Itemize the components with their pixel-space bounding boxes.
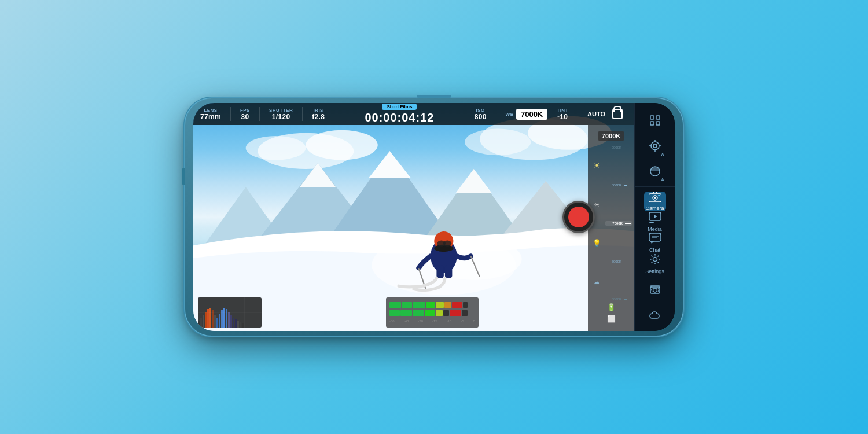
svg-point-1 bbox=[306, 130, 377, 160]
hud-iris[interactable]: IRIS f2.8 bbox=[312, 108, 325, 121]
top-button bbox=[417, 95, 451, 98]
audio-label-5: -5 bbox=[461, 319, 464, 323]
wb-tick-5000: 5000K bbox=[605, 297, 627, 301]
fps-value: 30 bbox=[241, 113, 249, 121]
hud-sep-2 bbox=[259, 107, 260, 121]
phone-body: LENS 77mm FPS 30 SHUTTER 1/120 bbox=[185, 98, 683, 336]
svg-rect-28 bbox=[203, 315, 204, 328]
svg-rect-62 bbox=[658, 195, 660, 196]
audio-label-50: -50 bbox=[389, 319, 395, 323]
audio-channel-1 bbox=[389, 302, 475, 308]
svg-rect-33 bbox=[214, 315, 216, 328]
cloud-icon bbox=[649, 310, 661, 321]
hud-fps[interactable]: FPS 30 bbox=[240, 108, 250, 121]
preset-badge[interactable]: Short Films bbox=[382, 104, 417, 110]
wb-battery-icon: 🔋 bbox=[607, 303, 616, 311]
audio-bar-green-4 bbox=[426, 302, 435, 308]
audio-label-40: -40 bbox=[404, 319, 409, 323]
shutter-value: 1/120 bbox=[272, 113, 290, 121]
sidebar-item-camera[interactable]: Camera bbox=[644, 192, 666, 211]
svg-point-61 bbox=[654, 197, 656, 199]
audio-bar-empty-1 bbox=[463, 302, 468, 308]
sidebar-item-media[interactable]: Media bbox=[644, 212, 666, 232]
media-nav-label: Media bbox=[648, 226, 662, 232]
histogram-overlay bbox=[198, 297, 262, 328]
lens-value: 77mm bbox=[200, 113, 221, 121]
iso-label: ISO bbox=[476, 108, 485, 113]
hud-center: Short Films 00:00:04:12 bbox=[334, 104, 465, 124]
svg-point-5 bbox=[465, 129, 531, 156]
svg-marker-69 bbox=[650, 241, 654, 244]
iso-value: 800 bbox=[475, 113, 487, 121]
audio-label-0: 0 bbox=[473, 319, 475, 323]
svg-marker-12 bbox=[369, 151, 411, 178]
media-icon-svg bbox=[649, 212, 661, 223]
svg-rect-18 bbox=[445, 265, 452, 278]
record-button[interactable] bbox=[562, 201, 595, 233]
volume-button bbox=[182, 168, 185, 185]
hud-wb-group[interactable]: WB 7000K bbox=[506, 109, 548, 120]
audio-label-15: -15 bbox=[432, 319, 437, 323]
audio-bar-yellow-1 bbox=[436, 302, 444, 308]
autofocus-a-label: A bbox=[661, 152, 664, 156]
audio-channel-2 bbox=[389, 310, 475, 316]
hud-tint-group[interactable]: TINT -10 bbox=[557, 108, 568, 121]
wb-active-value[interactable]: 7000K bbox=[516, 109, 547, 120]
camera-flip-button[interactable] bbox=[645, 279, 665, 300]
cloud-sync-button[interactable] bbox=[645, 305, 665, 326]
sidebar-bottom-tools bbox=[645, 276, 665, 331]
camera-nav-label: Camera bbox=[645, 205, 664, 211]
wb-temp-display: 7000K bbox=[598, 131, 624, 141]
exposure-auto-button[interactable]: A bbox=[645, 161, 665, 182]
svg-rect-65 bbox=[649, 222, 654, 223]
viewfinder-tool-button[interactable] bbox=[645, 110, 665, 131]
wb-tick-6000: 6000K bbox=[605, 260, 627, 263]
svg-rect-51 bbox=[656, 122, 660, 125]
svg-point-72 bbox=[653, 288, 657, 292]
settings-icon-svg bbox=[649, 253, 661, 265]
wb-panel[interactable]: 7000K ☀ ☀ 💡 ☁ 9000K bbox=[588, 125, 634, 331]
lock-icon[interactable] bbox=[612, 109, 623, 119]
focus-auto-button[interactable]: A bbox=[645, 135, 665, 156]
svg-rect-42 bbox=[235, 319, 237, 328]
svg-rect-35 bbox=[219, 314, 220, 328]
svg-point-2 bbox=[246, 136, 306, 160]
svg-rect-17 bbox=[436, 265, 443, 278]
wb-frame-icon: ⬜ bbox=[607, 315, 616, 323]
exposure-a-label: A bbox=[661, 178, 664, 182]
wb-cloud-icon: ☁ bbox=[593, 278, 600, 286]
record-button-inner bbox=[568, 207, 589, 227]
sidebar-item-chat[interactable]: Chat bbox=[644, 233, 666, 253]
svg-rect-39 bbox=[228, 312, 230, 328]
hud-sep-5 bbox=[578, 107, 578, 121]
svg-rect-40 bbox=[230, 315, 232, 328]
hud-sep-4 bbox=[496, 107, 496, 121]
tint-label: TINT bbox=[557, 108, 568, 113]
svg-rect-37 bbox=[223, 308, 225, 328]
hud-top-bar: LENS 77mm FPS 30 SHUTTER 1/120 bbox=[193, 103, 634, 125]
svg-rect-48 bbox=[650, 116, 654, 119]
hud-shutter[interactable]: SHUTTER 1/120 bbox=[269, 108, 293, 121]
hud-lens[interactable]: LENS 77mm bbox=[200, 108, 221, 121]
svg-rect-38 bbox=[226, 309, 227, 328]
audio-bar2-green-1 bbox=[389, 310, 400, 316]
settings-nav-icon bbox=[649, 253, 661, 267]
svg-point-22 bbox=[443, 240, 452, 246]
audio-bar-green-3 bbox=[413, 302, 425, 308]
audio-bar-orange-1 bbox=[444, 302, 451, 308]
zoom-button[interactable] bbox=[645, 330, 665, 331]
svg-rect-45 bbox=[242, 323, 244, 328]
wb-tick-9000: 9000K bbox=[605, 146, 627, 149]
tint-value: -10 bbox=[557, 113, 568, 121]
sidebar-item-settings[interactable]: Settings bbox=[644, 254, 666, 274]
phone-screen: LENS 77mm FPS 30 SHUTTER 1/120 bbox=[193, 103, 675, 331]
sidebar-nav-items: Camera Media bbox=[635, 189, 675, 276]
chat-nav-label: Chat bbox=[649, 247, 660, 253]
fps-label: FPS bbox=[240, 108, 250, 113]
iris-label: IRIS bbox=[313, 108, 323, 113]
svg-point-52 bbox=[651, 142, 659, 150]
audio-label-10: -10 bbox=[447, 319, 452, 323]
hud-iso[interactable]: ISO 800 bbox=[475, 108, 487, 121]
wb-tick-label-6000: 6000K bbox=[605, 260, 621, 263]
svg-point-70 bbox=[653, 258, 657, 262]
